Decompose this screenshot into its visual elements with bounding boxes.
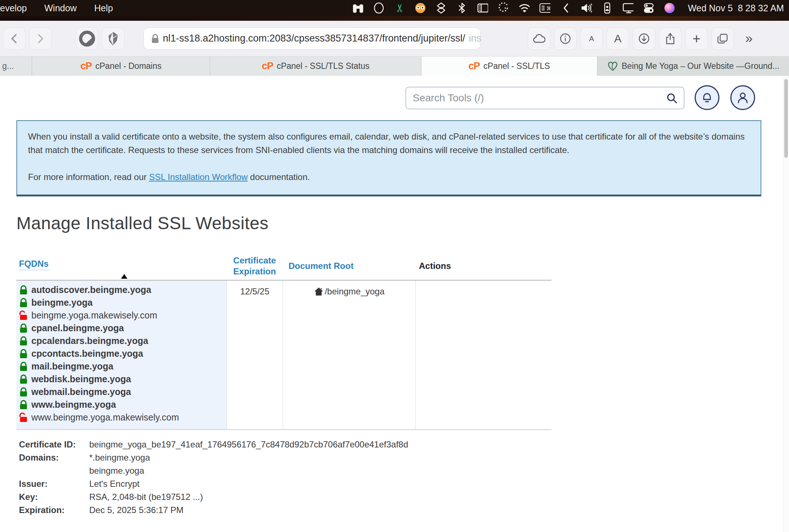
fqdn-entry: www.beingme.yoga: [19, 398, 227, 411]
fqdn-domain: www.beingme.yoga.makewisely.com: [31, 412, 179, 423]
tab-title: cPanel - Domains: [95, 61, 162, 71]
url-text: nl1-ss18.a2hosting.com:2083/cpsess385731…: [163, 33, 465, 44]
insecure-lock-icon: [19, 412, 28, 422]
expiration-cell: 12/5/25: [227, 281, 283, 429]
scrollbar-thumb[interactable]: [784, 79, 788, 158]
scissors-icon[interactable]: ✂: [394, 3, 405, 13]
search-tools-input[interactable]: [413, 92, 666, 104]
back-button[interactable]: [3, 27, 25, 50]
menu-bar-clock[interactable]: Wed Nov 5 8 28 32 AM: [688, 3, 784, 13]
tls-lock-icon: [151, 34, 159, 44]
fqdn-entry: beingme.yoga.makewisely.com: [19, 309, 227, 322]
tab-title: g...: [2, 61, 14, 71]
secure-lock-icon: [19, 361, 28, 371]
layers-icon[interactable]: [436, 3, 447, 13]
decrease-text-size-button[interactable]: A: [580, 27, 603, 50]
table-header-row: FQDNs Certificate Expiration Document Ro…: [16, 252, 551, 281]
fqdn-entry: beingme.yoga: [19, 296, 227, 309]
menu-item-label: Window: [44, 3, 77, 13]
notifications-button[interactable]: [695, 85, 719, 110]
fqdn-entry: cpcontacts.beingme.yoga: [19, 347, 227, 360]
address-bar[interactable]: nl1-ss18.a2hosting.com:2083/cpsess385731…: [144, 28, 480, 50]
display-icon[interactable]: [623, 3, 633, 13]
chevron-left-icon[interactable]: [560, 3, 571, 13]
page-info-icon[interactable]: [554, 27, 577, 50]
fqdn-domain: beingme.yoga.makewisely.com: [31, 310, 157, 321]
fqdn-domain: autodiscover.beingme.yoga: [31, 285, 151, 295]
home-icon: [314, 286, 324, 297]
control-center-icon[interactable]: [643, 3, 654, 13]
fqdn-domain: cpcontacts.beingme.yoga: [31, 348, 143, 359]
callout-paragraph: When you install a valid certificate ont…: [28, 130, 750, 157]
tab-title: Being Me Yoga – Our Website —Ground...: [622, 61, 780, 71]
iphone-mirroring-icon[interactable]: [602, 3, 613, 13]
icloud-tab-icon[interactable]: [528, 27, 550, 50]
fqdn-entry: cpanel.beingme.yoga: [19, 322, 227, 335]
browser-tab[interactable]: cP cPanel - SSL/TLS Status: [210, 56, 421, 76]
detail-label: Key:: [19, 490, 89, 504]
browser-tab[interactable]: g...: [0, 56, 32, 76]
siri-icon[interactable]: [664, 3, 675, 13]
menu-item[interactable]: Window: [44, 3, 77, 13]
status-icons: ✂ ⌘ Wed Nov 5 8 28 32 AM: [353, 3, 784, 13]
actions-cell: [415, 281, 551, 429]
tab-overview-button[interactable]: [711, 27, 734, 50]
column-header-document-root[interactable]: Document Root: [283, 261, 415, 271]
user-icon: [737, 91, 749, 104]
menu-item[interactable]: Develop: [0, 3, 27, 13]
certificate-detail-row: Key: RSA, 2,048-bit (be197512 ...): [19, 490, 789, 504]
detail-label: Issuer:: [19, 477, 89, 490]
macos-menu-bar: DevelopWindowHelp ✂ ⌘ Wed Nov 5 8 28 32 …: [0, 0, 789, 16]
rock-extension-icon[interactable]: [102, 27, 125, 50]
fqdn-domain: cpanel.beingme.yoga: [31, 323, 124, 333]
chevrons-label: »: [745, 32, 753, 45]
share-button[interactable]: [659, 27, 682, 50]
increase-text-size-button[interactable]: A: [607, 27, 629, 50]
fqdn-domain: mail.beingme.yoga: [31, 361, 113, 372]
fqdns-cell: autodiscover.beingme.yoga beingme.yoga b…: [16, 281, 227, 429]
account-button[interactable]: [730, 85, 755, 110]
certificate-detail-row: Expiration: Dec 5, 2025 5:36:17 PM: [19, 504, 789, 517]
pixel-g-icon[interactable]: [498, 3, 509, 13]
binoculars-icon[interactable]: [353, 3, 364, 13]
search-icon[interactable]: [666, 93, 677, 103]
browser-tab[interactable]: cP cPanel - Domains: [32, 56, 210, 76]
fqdn-entry: cpcalendars.beingme.yoga: [19, 335, 227, 347]
fqdn-domain: cpcalendars.beingme.yoga: [31, 336, 148, 346]
volume-icon[interactable]: [581, 3, 592, 13]
more-toolbar-items-chevron[interactable]: »: [738, 27, 760, 50]
menu-item[interactable]: Help: [94, 3, 113, 13]
bluetooth-icon[interactable]: [456, 3, 467, 13]
fqdn-entry: autodiscover.beingme.yoga: [19, 283, 227, 296]
certificate-detail-row: Issuer: Let's Encrypt: [19, 477, 789, 490]
new-tab-button[interactable]: +: [685, 27, 708, 50]
duckduckgo-extension-icon[interactable]: [76, 27, 98, 50]
wifi-icon[interactable]: [519, 3, 530, 13]
yoga-heart-icon: [607, 61, 618, 71]
browser-tab-bar: g... cP cPanel - Domains cP cPanel - SSL…: [0, 56, 789, 76]
column-header-expiration[interactable]: Certificate Expiration: [227, 255, 283, 277]
detail-value: RSA, 2,048-bit (be197512 ...): [89, 490, 203, 504]
forward-button[interactable]: [29, 27, 52, 50]
certificate-detail-row: Certificate ID: beingme_yoga_be197_41eaf…: [19, 438, 789, 451]
owl-icon[interactable]: [415, 3, 426, 13]
keyboard-switcher-icon[interactable]: ⌘: [539, 3, 550, 13]
cpanel-page: When you install a valid certificate ont…: [0, 76, 789, 532]
downloads-button[interactable]: [633, 27, 655, 50]
circle-status-icon[interactable]: [373, 3, 384, 13]
fqdns-sort-link[interactable]: FQDNs: [19, 259, 48, 270]
certificate-details: Certificate ID: beingme_yoga_be197_41eaf…: [19, 438, 789, 517]
page-scrollbar[interactable]: [783, 76, 789, 532]
detail-value: Let's Encrypt: [89, 477, 140, 490]
detail-label: Domains:: [19, 451, 89, 477]
desktop-wallpaper-strip: [0, 16, 789, 21]
sidebar-window-icon[interactable]: [477, 3, 488, 13]
detail-value: *.beingme.yoga beingme.yoga: [89, 451, 150, 477]
browser-tab[interactable]: cP cPanel - SSL/TLS: [421, 56, 597, 76]
ssl-installation-workflow-link[interactable]: SSL Installation Workflow: [149, 172, 248, 182]
secure-lock-icon: [19, 336, 28, 346]
menu-item-label: Help: [94, 3, 113, 13]
browser-tab[interactable]: Being Me Yoga – Our Website —Ground...: [597, 56, 789, 76]
secure-lock-icon: [19, 400, 28, 410]
detail-value: beingme_yoga_be197_41eaf_1764956176_7c84…: [89, 438, 408, 451]
